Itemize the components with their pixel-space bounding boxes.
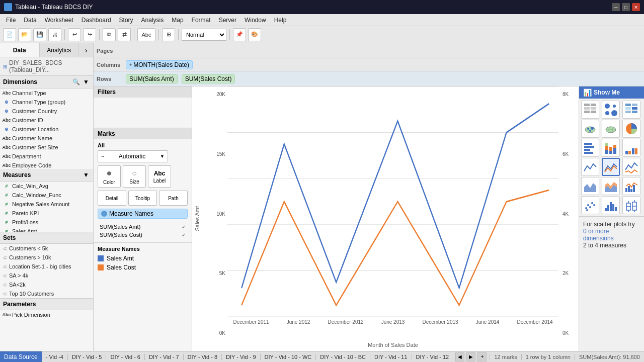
open-button[interactable]: 📂: [18, 28, 31, 41]
measure-pareto[interactable]: # Pareto KPI: [0, 209, 93, 218]
data-tab[interactable]: Data: [0, 43, 40, 57]
menu-server[interactable]: Server: [215, 16, 240, 25]
show-me-box[interactable]: [622, 196, 640, 214]
marks-detail-btn[interactable]: Detail: [98, 191, 126, 206]
measure-negative-sales[interactable]: # Negative Sales Amount: [0, 200, 93, 209]
dim-employee-code[interactable]: Abc Employee Code: [0, 161, 93, 169]
menu-data[interactable]: Data: [20, 16, 40, 25]
rows-pill-sales-amt[interactable]: SUM(Sales Amt): [126, 74, 178, 83]
search-dimensions-btn[interactable]: 🔍: [72, 78, 80, 86]
show-me-heat-map[interactable]: [602, 101, 620, 119]
save-button[interactable]: 💾: [33, 28, 46, 41]
status-tab-vid11[interactable]: DIY - Vid - 11: [370, 354, 412, 360]
show-me-stacked-area[interactable]: [602, 177, 620, 195]
analytics-tab[interactable]: Analytics: [40, 43, 79, 57]
pin-button[interactable]: 📌: [233, 28, 246, 41]
measures-section-header[interactable]: Measures ▼: [0, 169, 93, 182]
panel-expand-btn[interactable]: ›: [79, 43, 93, 57]
show-me-pie[interactable]: [622, 120, 640, 138]
marks-label-btn[interactable]: Abc Label: [148, 165, 171, 188]
marks-tooltip-btn[interactable]: Tooltip: [128, 191, 157, 206]
menu-story[interactable]: Story: [115, 16, 137, 25]
status-tab-vid9[interactable]: DIY - Vid - 9: [222, 354, 261, 360]
set-customers-5k[interactable]: ⊂ Customers < 5k: [0, 244, 93, 253]
measure-names-chip[interactable]: Measure Names: [98, 209, 188, 219]
set-sa-2k[interactable]: ⊂ SA<2k: [0, 280, 93, 289]
datasource-tab[interactable]: Data Source: [0, 351, 42, 362]
menu-format[interactable]: Format: [188, 16, 215, 25]
menu-worksheet[interactable]: Worksheet: [41, 16, 77, 25]
show-me-side-bar[interactable]: [622, 139, 640, 157]
columns-pill[interactable]: + MONTH(Sales Date): [126, 60, 193, 69]
parameters-section-header[interactable]: Parameters: [0, 299, 93, 310]
set-top10[interactable]: ⊂ Top 10 Customers: [0, 289, 93, 298]
show-me-map[interactable]: [602, 120, 620, 138]
font-button[interactable]: Abc: [137, 28, 155, 41]
status-tab-vid4[interactable]: - Vid -4: [42, 354, 68, 360]
set-customers-10k[interactable]: ⊂ Customers > 10k: [0, 253, 93, 262]
dim-customer-location[interactable]: ⊕ Customer Location: [0, 125, 93, 134]
layout-button[interactable]: ⊞: [162, 28, 175, 41]
measure-profit-loss[interactable]: # Profit/Loss: [0, 218, 93, 227]
maximize-button[interactable]: □: [622, 3, 630, 11]
marks-type-dropdown[interactable]: ~ Automatic ▼: [98, 150, 168, 162]
status-tab-vid10-wc[interactable]: DIY - Vid - 10 - WC: [261, 354, 316, 360]
menu-map[interactable]: Map: [168, 16, 187, 25]
undo-button[interactable]: ↩: [68, 28, 81, 41]
measure-calc-win-avg[interactable]: # Calc_Win_Avg: [0, 182, 93, 191]
dim-channel-type[interactable]: Abc Channel Type: [0, 88, 93, 98]
status-tab-vid5[interactable]: DIY - Vid - 5: [68, 354, 107, 360]
show-me-histogram[interactable]: [602, 196, 620, 214]
mark-type-dropdown[interactable]: Normal Entire View Fixed Width: [182, 29, 226, 41]
color-picker[interactable]: 🎨: [248, 28, 261, 41]
new-button[interactable]: 📄: [3, 28, 16, 41]
show-me-h-bar[interactable]: [581, 139, 599, 157]
show-me-area[interactable]: [581, 177, 599, 195]
swap-button[interactable]: ⇄: [118, 28, 131, 41]
show-me-h-line[interactable]: [581, 158, 599, 176]
status-tab-vid12[interactable]: DIY - Vid - 12: [412, 354, 453, 360]
close-button[interactable]: ✕: [632, 3, 640, 11]
minimize-button[interactable]: ─: [612, 3, 620, 11]
show-me-stacked-bar[interactable]: [602, 139, 620, 157]
show-me-highlight-table[interactable]: [622, 101, 640, 119]
nav-prev-btn[interactable]: ◀: [455, 352, 464, 361]
add-dimension-btn[interactable]: ▼: [82, 78, 90, 86]
menu-analysis[interactable]: Analysis: [137, 16, 168, 25]
measure-calc-window[interactable]: # Calc_Window_Func: [0, 191, 93, 200]
menu-help[interactable]: Help: [270, 16, 291, 25]
dim-customer-set-size[interactable]: Abc Customer Set Size: [0, 143, 93, 152]
show-me-v-line[interactable]: [602, 158, 620, 176]
measures-expand-btn[interactable]: ▼: [82, 171, 90, 179]
status-tab-vid7[interactable]: DIY - Vid - 7: [145, 354, 184, 360]
show-me-dual-combo[interactable]: [622, 177, 640, 195]
dim-customer-name[interactable]: Abc Customer Name: [0, 134, 93, 143]
marks-path-btn[interactable]: Path: [159, 191, 188, 206]
rows-pill-sales-cost[interactable]: SUM(Sales Cost): [182, 74, 235, 83]
status-tab-vid8[interactable]: DIY - Vid - 8: [184, 354, 222, 360]
menu-dashboard[interactable]: Dashboard: [77, 16, 115, 25]
marks-size-btn[interactable]: ○ Size: [123, 165, 146, 188]
dim-channel-type-group[interactable]: ⊕ Channel Type (group): [0, 98, 93, 107]
param-pick-dimension[interactable]: Abc Pick Dimension: [0, 310, 93, 319]
menu-file[interactable]: File: [2, 16, 20, 25]
dim-customer-country[interactable]: ⊕ Customer Country: [0, 107, 93, 116]
dim-department[interactable]: Abc Department: [0, 152, 93, 161]
set-sa-4k[interactable]: ⊂ SA > 4k: [0, 271, 93, 280]
set-location-big-cities[interactable]: ⊂ Location Set-1 - big cities: [0, 262, 93, 271]
new-tab-btn[interactable]: +: [477, 352, 487, 361]
duplicate-button[interactable]: ⧉: [103, 28, 116, 41]
measure-sales-amt[interactable]: # Sales Amt: [0, 227, 93, 232]
marks-color-btn[interactable]: ● Color: [98, 165, 121, 188]
status-tab-vid6[interactable]: DIY - Vid - 6: [106, 354, 145, 360]
dim-customer-id[interactable]: Abc Customer ID: [0, 116, 93, 125]
menu-window[interactable]: Window: [240, 16, 270, 25]
status-tab-vid10-bc[interactable]: DIY - Vid - 10 - BC: [316, 354, 370, 360]
nav-next-btn[interactable]: ▶: [466, 352, 475, 361]
redo-button[interactable]: ↪: [83, 28, 96, 41]
sets-section-header[interactable]: Sets: [0, 232, 93, 244]
show-me-scatter[interactable]: [581, 196, 599, 214]
show-me-dual-line[interactable]: [622, 158, 640, 176]
show-me-symbol-map[interactable]: [581, 120, 599, 138]
print-button[interactable]: 🖨: [48, 28, 61, 41]
